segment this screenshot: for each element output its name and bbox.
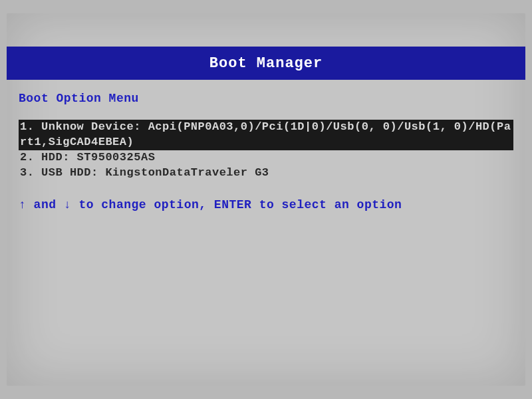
boot-option-1[interactable]: 1. Unknow Device: Acpi(PNP0A03,0)/Pci(1D…: [19, 120, 513, 150]
boot-option-3[interactable]: 3. USB HDD: KingstonDataTraveler G3: [19, 166, 513, 181]
boot-options-list: 1. Unknow Device: Acpi(PNP0A03,0)/Pci(1D…: [19, 120, 513, 181]
boot-option-2[interactable]: 2. HDD: ST9500325AS: [19, 150, 513, 166]
menu-title: Boot Option Menu: [19, 92, 513, 105]
navigation-instructions: ↑ and ↓ to change option, ENTER to selec…: [19, 198, 513, 211]
content-area: Boot Option Menu 1. Unknow Device: Acpi(…: [7, 80, 525, 223]
page-title: Boot Manager: [209, 55, 323, 72]
header-bar: Boot Manager: [7, 47, 525, 80]
bios-screen: Boot Manager Boot Option Menu 1. Unknow …: [7, 13, 525, 386]
